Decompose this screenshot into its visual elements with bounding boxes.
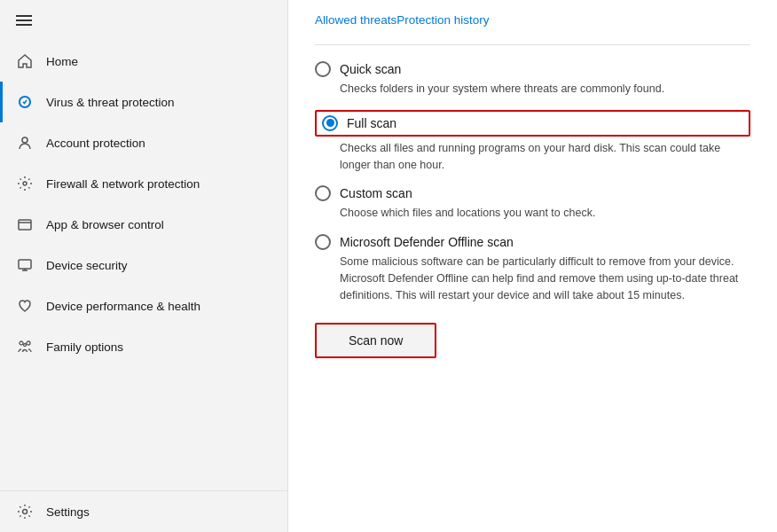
svg-point-0 (22, 137, 27, 143)
sidebar-item-device-security[interactable]: Device security (0, 245, 287, 286)
scan-option-header-offline-scan[interactable]: Microsoft Defender Offline scan (315, 234, 750, 250)
scan-option-label-custom-scan: Custom scan (340, 186, 412, 200)
scan-option-label-full-scan: Full scan (347, 116, 396, 130)
scan-option-custom-scan: Custom scan Choose which files and locat… (315, 185, 750, 222)
virus-icon (16, 93, 34, 111)
sidebar-label-home: Home (46, 55, 78, 68)
link-allowed-threats[interactable]: Allowed threats (315, 13, 396, 27)
svg-point-7 (20, 341, 23, 345)
settings-icon (16, 503, 34, 520)
sidebar-item-browser[interactable]: App & browser control (0, 204, 287, 245)
scan-now-area: Scan now (315, 323, 750, 358)
sidebar-item-settings[interactable]: Settings (0, 491, 287, 532)
radio-full-scan[interactable] (322, 115, 338, 131)
scan-option-offline-scan: Microsoft Defender Offline scan Some mal… (315, 234, 750, 303)
radio-custom-scan[interactable] (315, 185, 331, 201)
scan-option-quick-scan: Quick scan Checks folders in your system… (315, 61, 750, 98)
svg-point-9 (24, 344, 27, 347)
sidebar-label-firewall: Firewall & network protection (46, 177, 200, 191)
sidebar: Home Virus & threat protection Account p… (0, 0, 288, 532)
sidebar-label-settings: Settings (46, 505, 90, 519)
home-icon (16, 52, 34, 70)
sidebar-label-family: Family options (46, 340, 123, 354)
sidebar-item-firewall[interactable]: Firewall & network protection (0, 163, 287, 204)
sidebar-item-account[interactable]: Account protection (0, 122, 287, 163)
sidebar-item-home[interactable]: Home (0, 41, 287, 82)
sidebar-item-family[interactable]: Family options (0, 326, 287, 367)
divider (315, 44, 750, 45)
account-icon (16, 134, 34, 152)
svg-rect-4 (19, 260, 31, 269)
family-icon (16, 338, 34, 356)
device-security-icon (16, 256, 34, 274)
scan-option-desc-full-scan: Checks all files and running programs on… (340, 140, 750, 174)
firewall-icon (16, 175, 34, 192)
scan-now-button[interactable]: Scan now (315, 323, 436, 358)
main-content: Allowed threatsProtection history Quick … (288, 0, 777, 532)
scan-options: Quick scan Checks folders in your system… (315, 61, 750, 303)
radio-offline-scan[interactable] (315, 234, 331, 250)
scan-option-header-quick-scan[interactable]: Quick scan (315, 61, 750, 77)
sidebar-label-device-health: Device performance & health (46, 300, 200, 313)
scan-option-label-quick-scan: Quick scan (340, 62, 401, 76)
hamburger-menu[interactable] (0, 0, 287, 41)
scan-option-label-offline-scan: Microsoft Defender Offline scan (340, 235, 514, 249)
sidebar-item-virus[interactable]: Virus & threat protection (0, 82, 287, 122)
svg-rect-2 (19, 220, 31, 230)
scan-option-full-scan: Full scan Checks all files and running p… (315, 110, 750, 174)
svg-point-1 (23, 182, 27, 185)
radio-quick-scan[interactable] (315, 61, 331, 77)
svg-point-10 (23, 510, 27, 514)
scan-option-desc-offline-scan: Some malicious software can be particula… (340, 254, 750, 303)
top-links: Allowed threatsProtection history (315, 0, 750, 35)
sidebar-label-account: Account protection (46, 137, 145, 150)
svg-point-8 (27, 341, 30, 345)
sidebar-item-device-health[interactable]: Device performance & health (0, 286, 287, 326)
scan-option-desc-custom-scan: Choose which files and locations you wan… (340, 205, 750, 222)
browser-icon (16, 215, 34, 233)
sidebar-bottom: Settings (0, 490, 287, 532)
link-protection-history[interactable]: Protection history (396, 13, 489, 27)
sidebar-label-device-security: Device security (46, 259, 128, 272)
scan-option-desc-quick-scan: Checks folders in your system where thre… (340, 81, 750, 98)
scan-option-header-custom-scan[interactable]: Custom scan (315, 185, 750, 201)
sidebar-label-browser: App & browser control (46, 218, 164, 231)
device-health-icon (16, 297, 34, 315)
full-scan-highlighted[interactable]: Full scan (315, 110, 750, 137)
sidebar-label-virus: Virus & threat protection (46, 96, 175, 109)
